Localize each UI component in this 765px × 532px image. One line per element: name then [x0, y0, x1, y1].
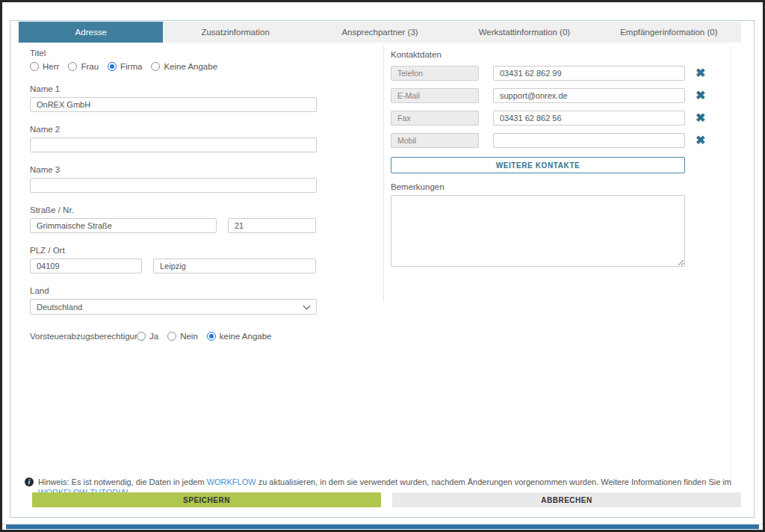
radio-ja-label: Ja [149, 332, 158, 341]
land-label: Land [30, 285, 317, 296]
radio-herr[interactable]: Herr [30, 62, 59, 71]
abbrechen-button[interactable]: ABBRECHEN [392, 492, 741, 507]
email-input[interactable] [493, 88, 685, 103]
house-number-input[interactable] [228, 218, 316, 233]
info-icon: i [25, 477, 34, 486]
vorsteuer-group: Vorsteuerabzugsberechtigung Ja Nein k [30, 330, 317, 342]
workflow-link[interactable]: WORKFLOW [207, 477, 256, 486]
radio-frau-label: Frau [81, 62, 99, 71]
tab-bar: Adresse Zusatzinformation Ansprechpartne… [19, 22, 741, 43]
tab-content-adresse: Titel Herr Frau Firma [10, 43, 754, 517]
name3-label: Name 3 [30, 164, 317, 175]
radio-ja[interactable]: Ja [137, 332, 158, 341]
radio-icon [137, 332, 146, 341]
vorsteuer-radio-group: Ja Nein keine Angabe [137, 330, 281, 342]
name3-field-group: Name 3 [30, 164, 317, 193]
ort-input[interactable] [153, 259, 316, 273]
tab-ansprechpartner[interactable]: Ansprechpartner (3) [308, 22, 452, 43]
contact-row-mobil: Mobil ✖ [391, 133, 721, 148]
column-divider [383, 46, 384, 302]
radio-keine-angabe-label: Keine Angabe [164, 62, 217, 71]
radio-vorsteuer-keine-angabe-label: keine Angabe [220, 332, 272, 341]
speichern-button[interactable]: SPEICHERN [32, 492, 381, 507]
street-label: Straße / Nr. [30, 205, 317, 215]
name2-field-group: Name 2 [30, 124, 317, 152]
tab-werkstattinformation[interactable]: Werkstattinformation (0) [452, 22, 596, 43]
delete-mobil-button[interactable]: ✖ [696, 134, 705, 146]
app-window: Adresse Zusatzinformation Ansprechpartne… [0, 0, 765, 532]
radio-nein[interactable]: Nein [167, 332, 198, 341]
street-field-group: Straße / Nr. [30, 205, 317, 233]
name2-label: Name 2 [30, 124, 317, 134]
address-column: Titel Herr Frau Firma [30, 48, 317, 342]
plz-input[interactable] [30, 259, 142, 273]
radio-herr-label: Herr [43, 62, 59, 71]
radio-frau[interactable]: Frau [68, 62, 99, 71]
fax-input[interactable] [493, 111, 685, 126]
name3-input[interactable] [30, 178, 317, 193]
address-editor-panel: Adresse Zusatzinformation Ansprechpartne… [10, 20, 755, 518]
name1-input[interactable] [30, 97, 317, 112]
delete-email-button[interactable]: ✖ [696, 90, 705, 102]
radio-icon [167, 332, 176, 341]
contact-row-fax: Fax ✖ [391, 111, 721, 126]
radio-icon [207, 332, 216, 341]
mobil-input[interactable] [493, 133, 685, 148]
radio-icon [151, 62, 160, 71]
titel-group: Titel Herr Frau Firma [30, 48, 317, 72]
radio-firma-label: Firma [120, 62, 142, 71]
telefon-input[interactable] [493, 66, 685, 81]
plz-ort-label: PLZ / Ort [30, 245, 317, 256]
radio-nein-label: Nein [180, 332, 198, 341]
land-select[interactable]: Deutschland [30, 299, 317, 315]
bemerkungen-textarea[interactable] [391, 195, 685, 267]
contact-row-email: E-Mail ✖ [391, 88, 721, 103]
radio-vorsteuer-keine-angabe[interactable]: keine Angabe [207, 332, 272, 341]
contact-row-telefon: Telefon ✖ [391, 66, 721, 81]
name2-input[interactable] [30, 137, 317, 152]
tab-adresse[interactable]: Adresse [19, 22, 163, 43]
kontaktdaten-column: Kontaktdaten Telefon ✖ E-Mail ✖ [391, 50, 721, 270]
delete-icon: ✖ [696, 66, 705, 79]
radio-icon [108, 62, 117, 71]
radio-keine-angabe[interactable]: Keine Angabe [151, 62, 217, 71]
street-input[interactable] [30, 218, 217, 233]
name1-label: Name 1 [30, 84, 317, 94]
radio-icon [68, 62, 77, 71]
email-type-label: E-Mail [391, 88, 479, 103]
titel-label: Titel [30, 48, 317, 58]
window-bottom-bar [6, 525, 759, 529]
radio-firma[interactable]: Firma [108, 62, 142, 71]
delete-telefon-button[interactable]: ✖ [696, 67, 705, 79]
tab-empfaengerinformation[interactable]: Empfängerinformation (0) [597, 22, 741, 43]
tab-zusatzinformation[interactable]: Zusatzinformation [163, 22, 307, 43]
land-field-group: Land Deutschland [30, 285, 317, 315]
delete-icon: ✖ [696, 134, 705, 146]
kontaktdaten-title: Kontaktdaten [391, 50, 721, 59]
hint-middle: zu aktualisieren, in dem sie verwendet w… [256, 477, 731, 486]
telefon-type-label: Telefon [391, 66, 479, 81]
right-edge-divider [731, 46, 731, 487]
name1-field-group: Name 1 [30, 84, 317, 112]
bemerkungen-label: Bemerkungen [391, 182, 721, 192]
plz-ort-field-group: PLZ / Ort [30, 245, 317, 273]
vorsteuer-label: Vorsteuerabzugsberechtigung [30, 332, 137, 341]
titel-radio-group: Herr Frau Firma Keine Angabe [30, 61, 317, 72]
delete-fax-button[interactable]: ✖ [696, 112, 705, 124]
radio-icon [30, 62, 39, 71]
weitere-kontakte-button[interactable]: WEITERE KONTAKTE [391, 157, 685, 173]
hint-prefix: Hinweis: Es ist notwendig, die Daten in … [38, 477, 207, 486]
mobil-type-label: Mobil [391, 133, 479, 148]
fax-type-label: Fax [391, 111, 479, 126]
delete-icon: ✖ [696, 89, 705, 102]
delete-icon: ✖ [696, 111, 705, 124]
